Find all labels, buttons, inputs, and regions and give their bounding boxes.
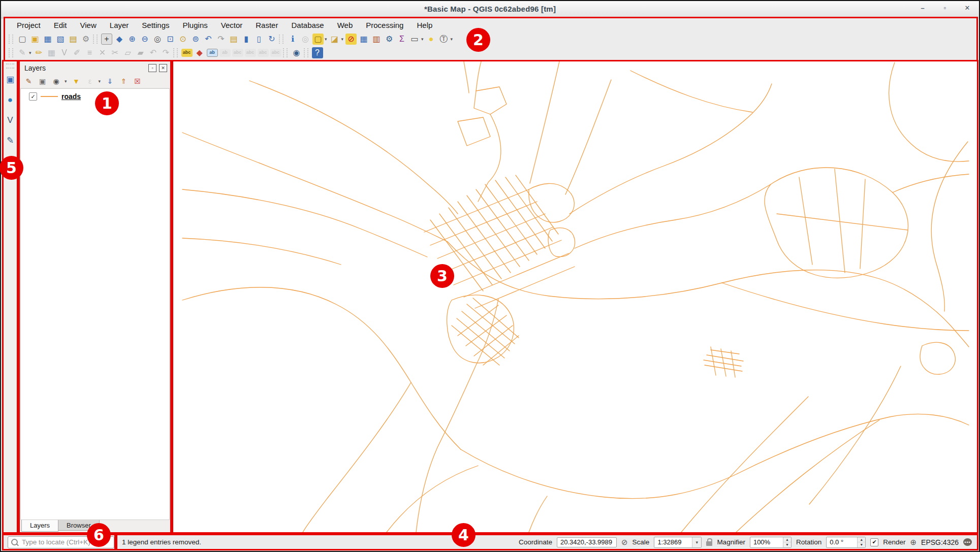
show-layout-manager-icon[interactable]: ⚙ [80, 34, 91, 45]
expand-all-icon[interactable]: ⇓ [105, 76, 115, 86]
spin-buttons[interactable]: ▲▼ [783, 537, 791, 547]
float-panel-icon[interactable]: ▫ [148, 64, 156, 72]
toolbar-drag-handle[interactable] [6, 63, 14, 69]
minimize-button[interactable]: – [918, 3, 927, 12]
new-shapefile-layer-icon[interactable]: ✎ [5, 135, 16, 146]
text-annotation-dropdown-icon[interactable]: ▾ [451, 37, 453, 42]
filter-legend-icon[interactable]: ▼ [72, 76, 81, 86]
pan-to-selection-icon[interactable]: ◆ [114, 34, 125, 45]
data-source-manager-icon[interactable]: ▣ [5, 74, 16, 85]
zoom-to-selection-icon[interactable]: ⊙ [177, 34, 188, 45]
label-highlight-icon[interactable]: ab [207, 49, 218, 57]
select-by-value-dropdown-icon[interactable]: ▾ [341, 37, 344, 42]
layer-visibility-checkbox[interactable]: ✓ [29, 92, 37, 101]
lock-scale-icon[interactable] [706, 541, 712, 546]
geosearch-plugin-icon[interactable]: ◉ [291, 47, 302, 58]
zoom-native-icon[interactable]: ◎ [152, 34, 163, 45]
menu-project[interactable]: Project [10, 19, 47, 31]
rotation-spinbox[interactable]: 0.0 °▲▼ [826, 537, 866, 548]
save-project-as-icon[interactable]: ▧ [55, 34, 66, 45]
zoom-next-icon[interactable]: ↷ [215, 34, 227, 45]
show-spatial-bookmarks-icon[interactable]: ▮ [241, 34, 252, 45]
statistics-icon[interactable]: ▥ [371, 34, 382, 45]
new-print-layout-icon[interactable]: ▤ [68, 34, 79, 45]
identify-features-icon[interactable]: ℹ [287, 34, 298, 45]
layer-diagram-icon[interactable]: ◆ [194, 47, 205, 58]
help-contents-icon[interactable]: ? [312, 47, 323, 58]
toolbar-drag-handle[interactable] [9, 48, 13, 57]
new-spatial-bookmark-icon[interactable]: ▤ [228, 34, 239, 45]
scale-combo[interactable]: 1:32869▾ [654, 537, 702, 548]
show-bookmark-manager-icon[interactable]: ▯ [254, 34, 265, 45]
text-annotation-icon[interactable]: Ⓣ [438, 34, 450, 45]
open-project-icon[interactable]: ▣ [29, 34, 41, 45]
extents-toggle-icon[interactable]: ⊘ [621, 538, 628, 547]
toolbar-drag-handle[interactable] [173, 48, 178, 57]
toolbar-drag-handle[interactable] [283, 48, 288, 57]
manage-map-themes-dropdown-icon[interactable]: ▾ [65, 79, 67, 84]
save-project-icon[interactable]: ▦ [42, 34, 53, 45]
chevron-down-icon[interactable]: ▾ [692, 537, 701, 547]
layer-row-roads[interactable]: ✓ roads [21, 89, 169, 101]
measure-line-dropdown-icon[interactable]: ▾ [421, 37, 424, 42]
manage-map-themes-icon[interactable]: ◉ [51, 76, 61, 86]
close-button[interactable]: ✕ [963, 3, 972, 12]
coordinate-input[interactable]: 20.3420,-33.9989 [557, 537, 617, 547]
spin-up-icon[interactable]: ▲ [783, 537, 791, 543]
spin-down-icon[interactable]: ▼ [783, 542, 791, 547]
menu-database[interactable]: Database [284, 19, 330, 31]
spin-buttons[interactable]: ▲▼ [857, 537, 865, 547]
pan-map-icon[interactable]: + [101, 34, 112, 45]
select-features-icon[interactable]: ▢ [312, 34, 324, 45]
refresh-map-icon[interactable]: ↻ [266, 34, 277, 45]
messages-icon[interactable]: ••• [963, 538, 972, 546]
crs-indicator[interactable]: EPSG:4326 [921, 538, 959, 546]
menu-layer[interactable]: Layer [103, 19, 136, 31]
add-group-icon[interactable]: ▣ [38, 76, 47, 86]
menu-edit[interactable]: Edit [47, 19, 74, 31]
magnifier-spinbox[interactable]: 100%▲▼ [750, 537, 792, 548]
remove-layer-icon[interactable]: ☒ [133, 76, 142, 86]
menu-plugins[interactable]: Plugins [176, 19, 214, 31]
menu-help[interactable]: Help [410, 19, 439, 31]
zoom-to-layer-icon[interactable]: ⊚ [190, 34, 201, 45]
zoom-out-icon[interactable]: ⊖ [139, 34, 150, 45]
close-panel-icon[interactable]: ✕ [159, 64, 167, 72]
add-vector-layer-icon[interactable]: ● [5, 94, 16, 105]
processing-toolbox-icon[interactable]: ⚙ [384, 34, 395, 45]
zoom-last-icon[interactable]: ↶ [203, 34, 214, 45]
new-project-icon[interactable]: ▢ [17, 34, 28, 45]
menu-settings[interactable]: Settings [135, 19, 176, 31]
menu-web[interactable]: Web [331, 19, 360, 31]
measure-line-icon[interactable]: ▭ [409, 34, 420, 45]
open-attribute-table-icon[interactable]: ▦ [358, 34, 369, 45]
toolbar-drag-handle[interactable] [93, 35, 98, 44]
select-by-value-icon[interactable]: ◪ [329, 34, 340, 45]
toolbar-drag-handle[interactable] [279, 35, 283, 44]
current-edits-dropdown-icon[interactable]: ▾ [29, 50, 31, 55]
statistical-summary-icon[interactable]: Σ [396, 34, 407, 45]
zoom-full-icon[interactable]: ⊡ [165, 34, 176, 45]
zoom-in-icon[interactable]: ⊕ [127, 34, 138, 45]
filter-by-expression-dropdown-icon[interactable]: ▾ [99, 79, 101, 84]
layer-labeling-icon[interactable]: abc [181, 49, 193, 57]
collapse-all-icon[interactable]: ⇑ [119, 76, 129, 86]
roads-layer-rendering[interactable] [173, 61, 977, 532]
layer-label[interactable]: roads [61, 92, 81, 101]
toolbar-drag-handle[interactable] [9, 35, 13, 44]
toolbar-drag-handle[interactable] [304, 48, 308, 57]
menu-view[interactable]: View [74, 19, 103, 31]
deselect-features-icon[interactable]: ⊘ [345, 34, 357, 45]
menu-raster[interactable]: Raster [249, 19, 284, 31]
select-features-dropdown-icon[interactable]: ▾ [325, 37, 327, 42]
layer-tree[interactable]: ✓ roads [20, 88, 170, 520]
menu-vector[interactable]: Vector [214, 19, 249, 31]
tab-layers[interactable]: Layers [21, 520, 58, 532]
add-ogr-layer-icon[interactable]: V [5, 114, 16, 125]
open-layer-styling-icon[interactable]: ✎ [24, 76, 34, 86]
map-tips-icon[interactable]: ● [426, 34, 437, 45]
spin-up-icon[interactable]: ▲ [858, 537, 865, 543]
spin-down-icon[interactable]: ▼ [858, 542, 865, 547]
maximize-button[interactable]: ▫ [940, 3, 950, 12]
menu-processing[interactable]: Processing [359, 19, 410, 31]
